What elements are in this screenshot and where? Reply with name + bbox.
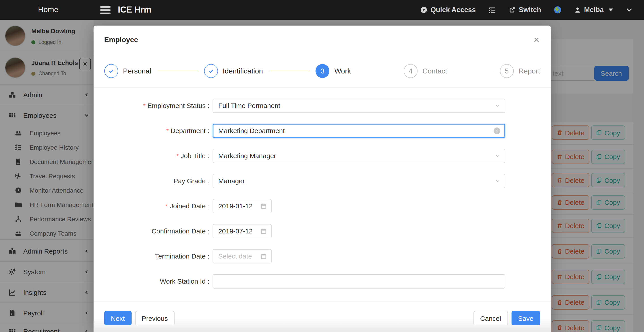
switch-icon (508, 6, 516, 14)
form-row: *Job Title Marketing Manager (94, 148, 551, 163)
employment-status-select[interactable]: Full Time Permanent (212, 98, 505, 113)
modal-header: Employee ✕ (94, 25, 551, 55)
caret-down-icon (609, 9, 613, 11)
pay-grade-select[interactable]: Manager (212, 174, 505, 188)
cancel-button[interactable]: Cancel (474, 311, 508, 325)
clear-icon[interactable]: ✕ (494, 127, 500, 134)
form-row: *Employment Status Full Time Permanent (94, 98, 551, 113)
joined-date-input[interactable]: 2019-01-12 (212, 199, 272, 213)
app-brand: ICE Hrm (118, 5, 152, 15)
step-identification[interactable]: Identification (204, 64, 263, 78)
field-label: Work Station Id (104, 277, 210, 285)
step-connector (269, 71, 309, 71)
step-contact[interactable]: 4 Contact (404, 64, 447, 78)
department-select[interactable]: Marketing Department ✕ (212, 123, 505, 138)
field-label: Pay Grade (104, 177, 210, 185)
hamburger-menu-icon[interactable] (100, 6, 111, 14)
field-label: Confirmation Date (104, 227, 210, 235)
top-navbar: Home ICE Hrm Quick Access Switch Melba (0, 0, 644, 20)
confirmation-date-input[interactable]: 2019-07-12 (212, 224, 272, 238)
check-icon (208, 68, 214, 74)
collapse-navbar-button[interactable] (626, 6, 633, 14)
step-connector (453, 71, 494, 71)
job-title-select[interactable]: Marketing Manager (212, 148, 505, 163)
field-label: Termination Date (104, 252, 210, 260)
calendar-icon (261, 203, 267, 209)
step-connector (158, 71, 198, 71)
form-row: *Department Marketing Department ✕ (94, 123, 551, 138)
field-label: *Department (104, 127, 210, 134)
form-row: *Joined Date 2019-01-12 (94, 199, 551, 213)
previous-button[interactable]: Previous (135, 311, 174, 325)
form-row: Pay Grade Manager (94, 174, 551, 188)
check-icon (108, 68, 114, 74)
chevron-down-icon (495, 153, 500, 158)
step-report[interactable]: 5 Report (500, 64, 540, 78)
steps-wizard: Personal Identification 3 Work 4 Contact… (94, 55, 551, 88)
modal-title: Employee (104, 36, 138, 44)
save-button[interactable]: Save (511, 311, 540, 325)
form-row: Termination Date Select date (94, 249, 551, 263)
nav-home-link[interactable]: Home (38, 5, 58, 14)
step-work[interactable]: 3 Work (316, 64, 351, 78)
close-icon[interactable]: ✕ (530, 34, 543, 46)
termination-date-input[interactable]: Select date (212, 249, 272, 263)
modal-body: *Employment Status Full Time Permanent *… (94, 88, 551, 299)
step-connector (357, 71, 398, 71)
user-menu[interactable]: Melba (574, 6, 613, 14)
field-label: *Job Title (104, 152, 210, 159)
compass-icon (420, 6, 428, 14)
switch-user-button[interactable]: Switch (508, 6, 541, 14)
calendar-icon (261, 253, 267, 259)
user-icon (574, 7, 581, 13)
field-label: *Joined Date (104, 202, 210, 210)
quick-access-button[interactable]: Quick Access (420, 6, 476, 14)
field-label: *Employment Status (104, 102, 210, 109)
tasks-button[interactable] (488, 6, 496, 14)
checklist-icon (488, 6, 496, 14)
form-row: Confirmation Date 2019-07-12 (94, 224, 551, 238)
modal-footer: Next Previous Cancel Save (94, 301, 551, 332)
employee-modal: Employee ✕ Personal Identification 3 Wor… (94, 25, 551, 332)
screen: Search by text Search Delete Copy (0, 0, 644, 332)
chevron-down-icon (495, 103, 500, 108)
next-button[interactable]: Next (104, 311, 132, 325)
chevron-down-icon (626, 6, 633, 14)
form-row: Work Station Id (94, 274, 551, 288)
step-personal[interactable]: Personal (104, 64, 151, 78)
calendar-icon (261, 228, 267, 234)
chevron-down-icon (495, 178, 500, 184)
language-globe-icon[interactable] (554, 6, 562, 14)
work-station-id-input[interactable] (212, 274, 505, 288)
